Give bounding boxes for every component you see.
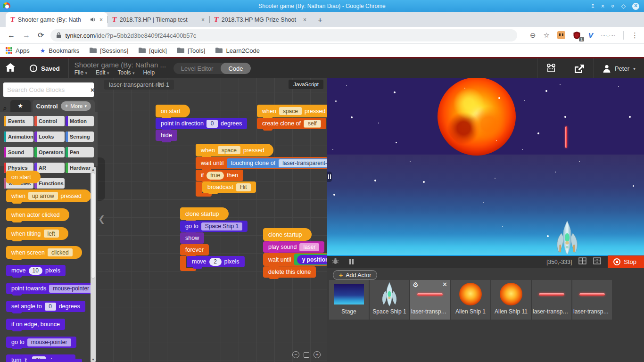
more-categories-button[interactable]: ✈ More ▾ [61, 101, 91, 111]
condition-input[interactable]: true [206, 172, 224, 180]
palette-block[interactable]: if on edge, bounce [6, 319, 65, 330]
palette-block[interactable]: point towardsmouse-pointer [6, 283, 91, 294]
keep-above-icon[interactable]: ↥ [590, 3, 595, 9]
palette-block[interactable]: when actor clicked [6, 208, 69, 221]
share-button[interactable] [565, 58, 594, 78]
palette-block[interactable]: when tiltingleft [6, 227, 68, 240]
block-clone-startup[interactable]: clone startup [263, 228, 312, 241]
script-stack[interactable]: when space pressed wait until touching c… [196, 144, 327, 197]
zoom-in-icon[interactable]: + [314, 351, 321, 358]
category-events[interactable]: Events [4, 116, 33, 126]
block-broadcast[interactable]: broadcast Hit [202, 181, 256, 193]
minimize-icon[interactable]: » [610, 5, 616, 8]
block-touching-clone-of[interactable]: touching clone of laser-transparent-red-… [227, 158, 327, 168]
code-canvas[interactable]: laser-transparent-red-1 ▶ JavaScript ❮ o… [98, 78, 327, 362]
dropdown-input[interactable]: left [44, 230, 59, 238]
ublock-extension-icon[interactable]: 1 [573, 31, 581, 40]
category-sensing[interactable]: Sensing [66, 132, 94, 142]
palette-block[interactable]: set angle to0degrees [6, 301, 85, 312]
play-script-icon[interactable]: ▶ [158, 80, 163, 87]
value-input[interactable]: 0 [206, 120, 218, 128]
key-input[interactable]: space [279, 107, 302, 115]
block-wait-until[interactable]: wait until touching clone of laser-trans… [196, 157, 327, 169]
block-on-start[interactable]: on start [156, 105, 190, 117]
menu-file[interactable]: File ▾ [74, 69, 87, 76]
tab-category-control[interactable]: Control ✈ More ▾ [33, 100, 95, 112]
category-pen[interactable]: Pen [66, 147, 94, 157]
bookmark-star-icon[interactable]: ☆ [544, 31, 550, 40]
search-input[interactable] [7, 86, 91, 93]
block-greater-than[interactable]: y position > [294, 254, 327, 265]
category-sound[interactable]: Sound [4, 147, 33, 157]
value-input[interactable]: 10 [29, 267, 42, 275]
value-input[interactable]: 0 [45, 303, 56, 311]
browser-tab[interactable]: TShooter game (By: Nath× [6, 12, 107, 27]
message-input[interactable]: Hit [236, 183, 251, 191]
actor-settings-icon[interactable]: ⚙ [413, 281, 419, 288]
category-operators[interactable]: Operators [34, 147, 65, 157]
back-button[interactable]: ← [8, 31, 15, 40]
stop-button[interactable]: Stop [608, 255, 644, 268]
saved-button[interactable]: ↓ Saved [21, 65, 68, 72]
zoom-out-icon[interactable]: − [292, 351, 299, 358]
zoom-out-icon[interactable]: ⊖ [530, 31, 536, 40]
scroll-up-icon[interactable]: ▲ [91, 168, 96, 171]
block-play-sound[interactable]: play sound laser [263, 241, 324, 253]
dropdown-input[interactable]: mouse-pointer [27, 338, 71, 346]
palette-drawer-tab[interactable] [98, 157, 105, 201]
javascript-button[interactable]: JavaScript [289, 80, 323, 89]
dropdown-input[interactable]: mouse-pointer [49, 285, 91, 293]
address-bar[interactable]: tynker.com/ide/?p=5bb2d3be8409f244c400b5… [50, 29, 517, 41]
clone-target-input[interactable]: self [304, 120, 321, 128]
bookmark-item[interactable]: ★Bookmarks [40, 47, 80, 54]
dropdown-input[interactable]: up arrow [28, 192, 58, 200]
browser-menu-icon[interactable]: ⋮ [631, 31, 638, 40]
block-point-in-direction[interactable]: point in direction 0 degrees [156, 118, 247, 129]
category-looks[interactable]: Looks [34, 132, 65, 142]
category-motion[interactable]: Motion [66, 116, 94, 126]
pause-button[interactable] [349, 259, 354, 264]
key-input[interactable]: space [218, 146, 240, 154]
block-go-to[interactable]: go to Space Ship 1 [180, 221, 248, 232]
clear-search-icon[interactable]: × [91, 86, 94, 94]
category-animation[interactable]: Animation [4, 132, 33, 142]
bookmark-item[interactable]: Learn2Code [215, 47, 260, 54]
tab-close-icon[interactable]: × [302, 16, 307, 23]
block-when-key-pressed[interactable]: when space pressed [257, 105, 327, 117]
new-tab-button[interactable]: + [318, 16, 322, 27]
bookmark-item[interactable]: [Tools] [177, 47, 206, 54]
block-hide[interactable]: hide [156, 130, 177, 141]
bookmark-item[interactable]: [quick] [139, 47, 167, 54]
search-icon[interactable]: ⌕ [0, 104, 10, 112]
actor-tile[interactable]: Stage [329, 280, 369, 320]
value-input[interactable]: 2 [209, 258, 222, 266]
panel-splitter-handle[interactable] [327, 172, 332, 182]
user-menu[interactable]: Peter ▾ [594, 58, 644, 78]
browser-tab[interactable]: T2018.T3.HP MG Prize Shoot× [209, 12, 311, 27]
fullscreen-icon[interactable] [593, 257, 601, 266]
palette-block[interactable]: whenup arrowpressed [6, 189, 91, 202]
script-stack[interactable]: clone startup go to Space Ship 1 show fo… [180, 207, 248, 272]
actor-tile[interactable]: Space Ship 1 [370, 280, 409, 320]
scrollbar-thumb[interactable] [91, 173, 95, 279]
block-forever[interactable]: forever [180, 244, 209, 255]
clipped-palette-block[interactable] [26, 359, 82, 362]
maximize-icon[interactable]: ◇ [621, 3, 626, 9]
tab-code[interactable]: Code [221, 63, 250, 74]
collapse-sidebar-icon[interactable]: ❮ [98, 214, 105, 224]
extension-icon-4[interactable]: ·~·.·~· [601, 33, 616, 38]
tab-close-icon[interactable]: × [200, 16, 206, 23]
block-delete-this-clone[interactable]: delete this clone [263, 266, 316, 278]
palette-scrollbar[interactable]: ▲ ▼ [91, 167, 96, 362]
actor-input[interactable]: Space Ship 1 [201, 222, 242, 230]
bookmark-item[interactable]: [Sessions] [90, 47, 128, 54]
palette-block[interactable]: on start [6, 171, 41, 183]
block-clone-startup[interactable]: clone startup [180, 207, 229, 220]
browser-tab[interactable]: T2018.T3.HP | Tilemap test× [107, 12, 209, 27]
tab-audio-icon[interactable] [90, 17, 96, 22]
palette-block[interactable]: go tomouse-pointer [6, 337, 76, 348]
reporter-y-position[interactable]: y position [297, 255, 327, 264]
zoom-reset-icon[interactable] [304, 352, 309, 358]
script-stack[interactable]: clone startup play sound laser wait unti… [263, 228, 327, 278]
block-if-then[interactable]: if true then [196, 170, 243, 181]
